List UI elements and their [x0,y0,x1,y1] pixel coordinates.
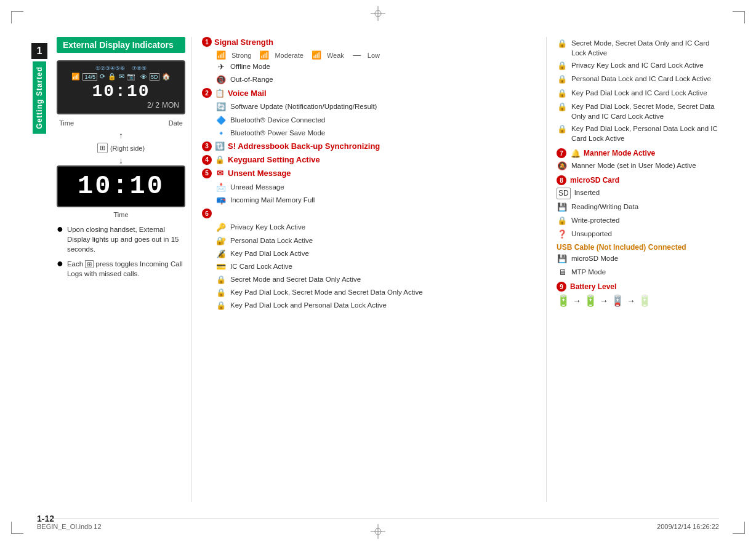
right-label-2: Personal Data Lock and IC Card Lock Acti… [571,74,711,84]
mail-full-item: 📪 Incoming Mail Memory Full [215,195,536,206]
manner-user-label: Manner Mode (set in User Mode) Active [571,161,696,170]
keypad-personal-icon: 🔒 [215,300,227,311]
mail-full-icon: 📪 [215,195,227,206]
signal-mod-label: Moderate [275,52,303,59]
sd-inserted-label: Inserted [574,188,600,197]
arrow-down: ↓ [57,156,185,165]
sd-reading-icon: 💾 [557,202,568,213]
privacy-lock-label: Privacy Key Lock Active [230,222,305,232]
privacy-lock-item: 🔑 Privacy Key Lock Active [215,222,536,233]
out-of-range-icon: 📵 [215,74,227,86]
bullet-item-1: ● Upon closing handset, External Display… [57,225,185,254]
sd-reading-item: 💾 Reading/Writing Data [557,202,719,213]
section6-title: 6 [202,209,536,218]
sd-write-protected-icon: 🔒 [557,215,568,226]
main-content: 1 Getting Started External Display Indic… [31,37,725,502]
right-label-3: Key Pad Dial Lock and IC Card Lock Activ… [571,88,707,98]
signal-row: 📶 Strong 📶 Moderate 📶 Weak — Low [215,50,536,60]
section7-label: Manner Mode Active [584,149,655,157]
keypad-secret-item: 🔒 Key Pad Dial Lock, Secret Mode and Sec… [215,287,536,298]
sd-unsupported-icon: ❓ [557,229,568,240]
center-cross-top [371,6,385,21]
right-icon-2: 🔒 [557,74,568,85]
battery-icon-empty: 🔋 [638,294,651,308]
keyguard-icon: 🔒 [214,155,225,164]
right-icon-1: 🔒 [557,60,568,71]
device-display-small: ①②③④⑤⑥ ⑦⑧⑨ 📶14/5 ⟳🔒✉📷 👁5D🏠 10:10 2/ 2 MO… [57,60,185,114]
software-update-item: 🔄 Software Update (Notification/Updating… [215,101,536,113]
section2-label: Voice Mail [228,89,267,98]
keypad-personal-item: 🔒 Key Pad Dial Lock and Personal Data Lo… [215,300,536,311]
microsd-mode-icon: 💾 [557,253,568,265]
footer-right: 2009/12/14 16:26:22 [657,523,719,530]
manner-user-item: 🔕 Manner Mode (set in User Mode) Active [557,161,719,172]
arrow-up: ↑ [57,130,185,140]
chapter-label: Getting Started [33,62,46,134]
sd-reading-label: Reading/Writing Data [571,202,638,212]
signal-strong-icon: 📶 [215,50,227,60]
signal-low-label: Low [368,52,380,59]
section9-label: Battery Level [570,282,616,291]
circle-5: 5 [202,169,212,178]
chapter-number: 1 [31,43,47,59]
large-time-display: 10:10 [65,172,177,201]
section7-title: 7 🔔 Manner Mode Active [557,148,719,158]
signal-low-icon: — [352,50,363,60]
time-label: Time [59,119,74,127]
right-icon-0: 🔒 [557,38,568,49]
circle-4: 4 [202,155,212,165]
indicator-row-top: ①②③④⑤⑥ ⑦⑧⑨ [63,65,179,71]
out-of-range-item: 📵 Out-of-Range [215,74,536,86]
battery-icon-mid: 🔋 [584,294,597,308]
right-label-0: Secret Mode, Secret Data Only and IC Car… [571,38,719,58]
circle-9: 9 [557,282,566,292]
sd-inserted-icon: SD [557,188,571,199]
unsent-icon: ✉ [214,169,225,178]
corner-mark-br [733,522,745,534]
left-panel: External Display Indicators ①②③④⑤⑥ ⑦⑧⑨ 📶… [50,37,192,502]
personal-data-icon: 🔐 [215,236,227,247]
section2-title: 2 📋 Voice Mail [202,88,536,98]
small-date-display: 2/ 2 MON [63,101,179,109]
usb-label: USB Cable (Not Included) Connected [557,243,719,252]
battery-arrow-3: → [627,296,635,306]
footer: BEGIN_E_OI.indb 12 2009/12/14 16:26:22 [37,519,719,530]
signal-weak-icon: 📶 [311,50,322,60]
keypad-secret-icon: 🔒 [215,287,227,298]
mtp-mode-label: MTP Mode [571,267,606,277]
circle-6: 6 [202,209,212,218]
mtp-mode-icon: 🖥 [557,267,568,278]
section9-title: 9 Battery Level [557,282,719,292]
sd-inserted-item: SD Inserted [557,188,719,199]
right-item-3: 🔒 Key Pad Dial Lock and IC Card Lock Act… [557,88,719,99]
sd-unsupported-label: Unsupported [571,229,612,239]
section5-label: Unsent Message [228,169,291,178]
bullet-text-1: Upon closing handset, External Display l… [67,225,185,254]
microsd-mode-item: 💾 microSD Mode [557,253,719,265]
time-label-bottom: Time [57,211,185,218]
corner-mark-tl [11,11,23,23]
signal-weak-label: Weak [327,52,344,59]
battery-icon-low: 🪫 [611,294,624,308]
bullet-list: ● Upon closing handset, External Display… [57,225,185,279]
out-of-range-label: Out-of-Range [230,74,273,84]
right-item-5: 🔒 Key Pad Dial Lock, Personal Data Lock … [557,124,719,143]
right-icon-3: 🔒 [557,88,568,99]
microsd-mode-label: microSD Mode [571,253,618,263]
section5-title: 5 ✉ Unsent Message [202,169,536,178]
keypad-dial-icon: 🔏 [215,249,227,260]
circle-1: 1 [202,37,212,47]
section8-label: microSD Card [570,176,619,185]
battery-row: 🔋 → 🔋 → 🪫 → 🔋 [557,294,719,308]
offline-label: Offline Mode [230,62,270,71]
device-display-large: 10:10 [57,165,185,207]
section3-title: 3 🔃 S! Addressbook Back-up Synchronizing [202,141,536,151]
section4-label: Keyguard Setting Active [228,155,320,164]
keypad-dial-label: Key Pad Dial Lock Active [230,249,309,258]
bluetooth-power-label: Bluetooth® Power Save Mode [230,128,325,138]
privacy-lock-icon: 🔑 [215,222,227,233]
manner-user-icon: 🔕 [557,161,568,172]
corner-mark-bl [11,522,23,534]
time-date-labels: Time Date [57,119,185,127]
ic-card-label: IC Card Lock Active [230,261,292,271]
